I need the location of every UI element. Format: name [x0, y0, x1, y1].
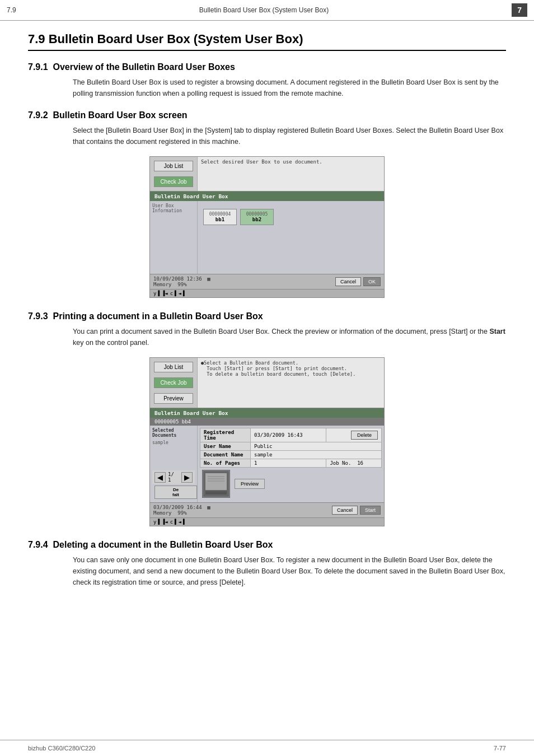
screen2-action-btns: Cancel Start [332, 506, 381, 515]
screen1-cancel-btn[interactable]: Cancel [335, 277, 361, 286]
screen2-controls: y▐ [153, 519, 160, 525]
screen2-signal-icon: ▦ [207, 505, 210, 510]
subsection-794-title: 7.9.4 Deleting a document in the Bulleti… [28, 540, 506, 550]
screen2-delete-btn[interactable]: Delete [351, 431, 378, 440]
subsection-792-heading: Bulletin Board User Box screen [53, 110, 187, 120]
table-row-username: User Name Public [200, 442, 382, 451]
screen2-control-4: ◄▐ [179, 519, 185, 525]
chapter-number: 7 [512, 3, 527, 17]
screen2-docname-value: sample [251, 451, 382, 459]
subsection-793-num: 7.9.3 [28, 311, 48, 321]
screen2-instruction: ●Select a Bulletin Board document. Touch… [201, 360, 355, 377]
screen2-jobno-cell: Job No. 16 [326, 459, 382, 468]
svg-rect-2 [205, 491, 227, 494]
preview-thumb-svg [203, 471, 229, 497]
screen1-user-info: User BoxInformation [152, 203, 182, 213]
screen2-delete-cell: Delete [326, 428, 382, 442]
screen1-ok-btn[interactable]: OK [363, 277, 381, 286]
main-content: 7.9 Bulletin Board User Box (System User… [0, 21, 534, 606]
main-section-title: 7.9 Bulletin Board User Box (System User… [28, 32, 506, 51]
screen1-item2-num: 00000005 [245, 212, 269, 217]
table-row-registered: RegisteredTime 03/30/2009 16:43 Delete [200, 428, 382, 442]
screen2-doc-name-display: sample [152, 440, 195, 445]
subsection-791-body: The Bulletin Board User Box is used to r… [73, 77, 506, 99]
screen2-bottom: 03/30/2009 16:44 ▦ Memory 99% Cancel Sta… [150, 502, 384, 517]
screen1: Job List Check Job Select desired User B… [149, 156, 385, 298]
screen2-username-value: Public [251, 442, 382, 451]
screen1-job-list-btn[interactable]: Job List [154, 161, 193, 171]
screen1-control-4: ◄▐ [179, 291, 185, 296]
screen1-signal-icon: ▦ [207, 276, 210, 282]
screen2-check-job-btn[interactable]: Check Job [154, 377, 193, 388]
screen1-bb-item-2[interactable]: 00000005 bb2 [240, 209, 274, 225]
screen2-reg-time-label: RegisteredTime [200, 428, 251, 442]
screen1-item2-name: bb2 [245, 217, 269, 222]
screen2-prev-btn[interactable]: ◀ [154, 472, 166, 483]
screen2-job-list-btn[interactable]: Job List [154, 362, 193, 372]
screen1-controls: y▐ [153, 291, 160, 296]
subsection-792-body: Select the [Bulletin Board User Box] in … [73, 125, 506, 147]
screen2-cancel-btn[interactable]: Cancel [332, 506, 358, 515]
screen2-page-indicator: 1/ 1 [168, 472, 179, 483]
screen1-bb-title: Bulletin Board User Box [154, 193, 228, 199]
screen1-bb-grid: 00000004 bb1 00000005 bb2 [201, 204, 381, 230]
screen1-datetime: 10/09/2008 12:36 [153, 276, 202, 282]
screen2-preview-btn[interactable]: Preview [154, 393, 193, 404]
screen2-pages-label: No. of Pages [200, 459, 251, 468]
subsection-794-body: You can save only one document in one Bu… [73, 554, 506, 588]
subsection-791-num: 7.9.1 [28, 62, 48, 72]
subsection-794-num: 7.9.4 [28, 540, 48, 549]
footer: bizhub C360/C280/C220 7-77 [0, 740, 534, 756]
screen2-docname-label: Document Name [200, 451, 251, 459]
screen2: Job List Check Job Preview ●Select a Bul… [149, 357, 385, 526]
screen1-item1-name: bb1 [208, 217, 232, 222]
header-title: Bulletin Board User Box (System User Box… [199, 6, 329, 14]
screen2-username-label: User Name [200, 442, 251, 451]
table-row-docname: Document Name sample [200, 451, 382, 459]
screen2-memory-label: Memory [153, 510, 172, 516]
screen1-datetime-area: 10/09/2008 12:36 ▦ Memory 99% [153, 276, 210, 287]
svg-rect-1 [205, 473, 227, 490]
screen1-item1-num: 00000004 [208, 212, 232, 217]
screen1-check-job-btn[interactable]: Check Job [154, 176, 193, 187]
screen2-pages-value: 1 [251, 459, 326, 468]
screen2-preview-thumb [202, 470, 230, 498]
footer-left: bizhub C360/C280/C220 [28, 745, 95, 752]
screen2-memory-pct: 99% [177, 510, 186, 516]
screen2-datetime: 03/30/2009 16:44 [153, 505, 202, 510]
screen2-preview-area: Preview [200, 468, 382, 500]
table-row-pages: No. of Pages 1 Job No. 16 [200, 459, 382, 468]
screen2-next-btn[interactable]: ▶ [181, 472, 193, 483]
screen2-reg-time-value: 03/30/2009 16:43 [251, 428, 326, 442]
screen2-info-table: RegisteredTime 03/30/2009 16:43 Delete U… [200, 428, 382, 468]
screen1-memory-label: Memory [153, 282, 172, 287]
screen2-default-btn[interactable]: Defalt [154, 486, 197, 499]
screen2-preview-action-btn[interactable]: Preview [235, 479, 265, 489]
subsection-793-title: 7.9.3 Printing a document in a Bulletin … [28, 311, 506, 321]
screen1-control-3: c▐ [170, 291, 176, 296]
screen1-control-2: ▐◄ [162, 291, 168, 296]
screen1-action-btns: Cancel OK [335, 277, 381, 286]
subsection-793-body: You can print a document saved in the Bu… [73, 326, 506, 348]
screen2-start-btn[interactable]: Start [360, 506, 381, 515]
subsection-791-heading: Overview of the Bulletin Board User Boxe… [53, 62, 235, 72]
subsection-791-title: 7.9.1 Overview of the Bulletin Board Use… [28, 62, 506, 72]
screen1-info-text: Select desired User Box to use document. [201, 159, 322, 165]
screen1-container: Job List Check Job Select desired User B… [28, 156, 506, 298]
screen1-bb-item-1[interactable]: 00000004 bb1 [203, 209, 237, 225]
screen2-datetime-area: 03/30/2009 16:44 ▦ Memory 99% [153, 505, 210, 516]
screen2-page-nav: ◀ 1/ 1 ▶ [152, 470, 195, 484]
subsection-794-heading: Deleting a document in the Bulletin Boar… [53, 540, 273, 549]
subsection-792-title: 7.9.2 Bulletin Board User Box screen [28, 110, 506, 120]
screen2-control-3: c▐ [170, 519, 176, 525]
screen2-bb-title: Bulletin Board User Box [154, 410, 228, 416]
screen1-bottom: 10/09/2008 12:36 ▦ Memory 99% Cancel OK [150, 274, 384, 289]
subsection-792-num: 7.9.2 [28, 110, 48, 120]
screen2-doc-ref: 00000005 bb4 [154, 419, 191, 424]
screen2-container: Job List Check Job Preview ●Select a Bul… [28, 357, 506, 526]
subsection-793-heading: Printing a document in a Bulletin Board … [53, 311, 263, 321]
header-bar: 7.9 Bulletin Board User Box (System User… [0, 0, 534, 21]
screen2-control-2: ▐◄ [162, 519, 168, 525]
footer-right: 7-77 [494, 745, 506, 752]
screen1-memory-pct: 99% [177, 282, 186, 287]
